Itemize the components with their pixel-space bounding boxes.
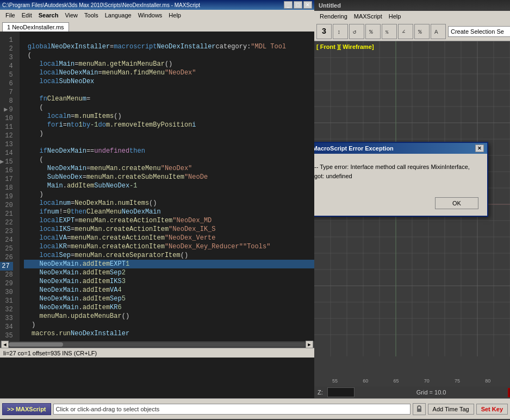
svg-text:%: % <box>369 29 373 35</box>
key-controls: Auto Key Set Key <box>508 388 510 397</box>
grid-label: Grid = 10.0 <box>416 389 446 396</box>
tab-label: 1 NeoDexInstaller.ms <box>7 24 64 30</box>
bottom-right-controls: Add Time Tag Set Key <box>413 403 508 415</box>
max-status-bar: Z: Grid = 10.0 Auto Key Set Key <box>314 386 510 398</box>
menu-help[interactable]: Help <box>165 11 184 20</box>
editor-menu-bar: File Edit Search View Tools Language Win… <box>0 10 314 21</box>
toolbar-btn-move[interactable]: ↕ <box>333 24 348 39</box>
line-numbers: 12345 678▶910 11121314▶15 1617181920 212… <box>0 32 20 341</box>
viewport[interactable]: [ Front ][ Wireframe] 55 60 65 70 75 80 … <box>314 41 510 386</box>
toolbar-btn-rotate[interactable]: ↺ <box>349 24 364 39</box>
editor-status-bar: li=27 co=1 offset=935 INS (CR+LF) <box>0 348 314 358</box>
auto-key-btn[interactable]: Auto Key <box>508 388 510 397</box>
tab-neodexinstaller[interactable]: 1 NeoDexInstaller.ms <box>2 22 69 32</box>
editor-minimize-btn[interactable]: _ <box>284 1 293 9</box>
lock-icon[interactable] <box>413 403 426 415</box>
dialog-ok-button[interactable]: OK <box>435 197 478 209</box>
max-menu-help[interactable]: Help <box>385 12 405 21</box>
coord-z-input[interactable] <box>327 387 354 397</box>
dialog-title-text: MAXScript MacroScript Error Exception <box>314 145 394 152</box>
scroll-thumb-h[interactable] <box>9 342 63 347</box>
editor-close-btn[interactable]: ✕ <box>303 1 312 9</box>
menu-search[interactable]: Search <box>35 11 62 20</box>
editor-window-controls: _ □ ✕ <box>284 1 312 9</box>
scroll-right-btn[interactable]: ▶ <box>306 341 313 348</box>
maxscript-button[interactable]: >> MAXScript <box>2 403 51 415</box>
max-menu-rendering[interactable]: Rendering <box>316 12 351 21</box>
code-area[interactable]: 12345 678▶910 11121314▶15 1617181920 212… <box>0 32 314 341</box>
svg-text:%: % <box>418 29 422 35</box>
svg-text:∠: ∠ <box>402 29 406 35</box>
selection-set-label: Create Selection Se <box>451 28 509 35</box>
status-message: Click or click-and-drag to select object… <box>53 404 411 415</box>
menu-file[interactable]: File <box>2 11 18 20</box>
max-toolbar: 3 ↕ ↺ % % ∠ % <box>314 22 510 41</box>
svg-text:%: % <box>385 30 389 35</box>
code-content[interactable]: global NeoDexInstaller = macroscript Neo… <box>20 32 314 341</box>
dialog-title-bar: MAXScript MacroScript Error Exception ✕ <box>314 143 487 154</box>
svg-text:A: A <box>434 29 438 35</box>
dialog-overlay: MAXScript MacroScript Error Exception ✕ … <box>314 41 510 386</box>
editor-title-text: C:\Program Files\Autodesk\3ds Max 2010\S… <box>2 2 200 8</box>
toolbar-btn-angle[interactable]: ∠ <box>398 24 413 39</box>
menu-language[interactable]: Language <box>102 11 135 20</box>
status-text: Click or click-and-drag to select object… <box>56 406 160 412</box>
menu-edit[interactable]: Edit <box>18 11 35 20</box>
menu-windows[interactable]: Windows <box>135 11 166 20</box>
tab-bar: 1 NeoDexInstaller.ms <box>0 21 314 32</box>
toolbar-btn-1[interactable]: 3 <box>316 24 332 39</box>
set-key-btn[interactable]: Set Key <box>476 404 508 415</box>
max-menu-maxscript[interactable]: MAXScript <box>351 12 385 21</box>
add-time-tag-btn[interactable]: Add Time Tag <box>428 404 474 415</box>
dialog-content: ! -- Type error: Interface method call r… <box>314 154 487 193</box>
editor-title-bar: C:\Program Files\Autodesk\3ds Max 2010\S… <box>0 0 314 10</box>
toolbar-btn-snap[interactable]: % <box>382 24 397 39</box>
svg-rect-41 <box>417 409 421 412</box>
coord-z-label: Z: <box>318 389 323 396</box>
dialog-footer: OK <box>314 193 487 216</box>
toolbar-btn-percent2[interactable]: % <box>414 24 430 39</box>
menu-tools[interactable]: Tools <box>81 11 102 20</box>
error-dialog: MAXScript MacroScript Error Exception ✕ … <box>314 142 488 217</box>
max-panel: Untitled Rendering MAXScript Help 3 ↕ ↺ <box>314 0 510 398</box>
max-title-text: Untitled <box>319 2 341 9</box>
menu-view[interactable]: View <box>61 11 81 20</box>
maxscript-panel: >> MAXScript Click or click-and-drag to … <box>0 398 510 419</box>
editor-scrollbar-h[interactable]: ◀ ▶ <box>0 341 314 348</box>
dialog-message-text: -- Type error: Interface method call req… <box>314 162 478 180</box>
svg-text:↕: ↕ <box>337 29 341 35</box>
selection-set-dropdown[interactable]: Create Selection Se ▼ <box>448 26 510 37</box>
toolbar-btn-text[interactable]: A <box>431 24 446 39</box>
editor-restore-btn[interactable]: □ <box>294 1 302 9</box>
dialog-close-btn[interactable]: ✕ <box>475 145 484 152</box>
scroll-left-btn[interactable]: ◀ <box>1 341 9 348</box>
scroll-track-h[interactable] <box>9 342 306 347</box>
editor-status-text: li=27 co=1 offset=935 INS (CR+LF) <box>3 350 97 356</box>
max-title-bar: Untitled <box>314 0 510 11</box>
script-editor: C:\Program Files\Autodesk\3ds Max 2010\S… <box>0 0 314 398</box>
maxscript-label: >> MAXScript <box>7 406 46 412</box>
svg-text:↺: ↺ <box>353 29 357 35</box>
max-menu-bar: Rendering MAXScript Help <box>314 11 510 22</box>
toolbar-btn-scale[interactable]: % <box>365 24 381 39</box>
